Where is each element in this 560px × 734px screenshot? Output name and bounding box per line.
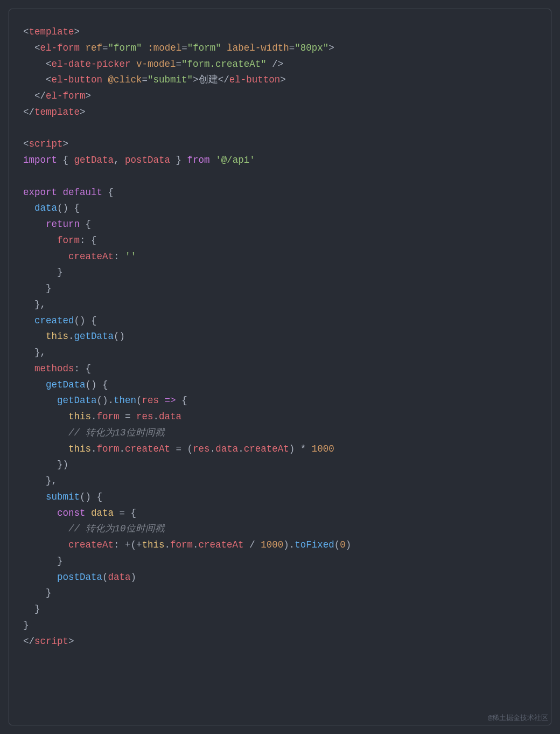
code-block: <template> <el-form ref="form" :model="f…	[9, 9, 551, 725]
code-content: <template> <el-form ref="form" :model="f…	[23, 24, 537, 649]
watermark-text: @稀土掘金技术社区	[488, 712, 548, 724]
